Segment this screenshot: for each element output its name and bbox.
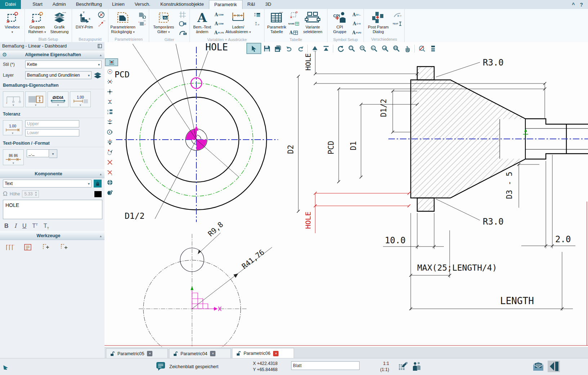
laden-aktualisieren-button[interactable]: H Laden/Aktualisieren ▾ [225,10,251,35]
zoom-window-button[interactable] [346,44,357,53]
tool-dim-symmetry[interactable] [105,117,114,126]
sheet-tab-parametric06[interactable]: Parametric06 × [232,348,294,358]
close-tab-icon[interactable]: × [147,351,152,356]
tool-world-grid[interactable] [105,178,114,187]
dimension-text-area[interactable]: HOLE [3,200,102,219]
grafik-steuerung-button[interactable]: ? GrafikSteuerung [49,10,70,34]
gitter-old-button[interactable]: OLD [177,19,188,28]
toleranz-lower-input[interactable] [25,129,79,136]
stil-select[interactable]: Kette ▾ [25,60,102,68]
toolbar-grip[interactable] [428,44,438,53]
grid-edit-icon[interactable] [398,361,408,371]
pan-hand-button[interactable] [402,44,413,53]
post-param-dialog-button[interactable]: Post ParamDialog [365,10,391,34]
dim-style-button-2[interactable]: ▾ [25,91,46,107]
text-cursor-button[interactable]: TEXT [392,19,403,28]
tool-dim-ordinate[interactable] [105,87,114,96]
mail-icon[interactable] [533,361,544,371]
color-swatch[interactable] [94,191,102,197]
menu-tab-linien[interactable]: Linien [107,0,130,9]
menu-tab-datei[interactable]: Datei [0,0,21,9]
toleranz-upper-input[interactable] [25,120,79,127]
cpi-path-button[interactable]: AD:\... [351,10,362,19]
parametrieren-xy-button[interactable]: xy [137,19,147,28]
collapse-icon[interactable]: ▴ [97,234,104,238]
cursor-mode-icon[interactable] [3,362,11,370]
help-icon[interactable]: ? [580,2,583,8]
dim-style-button-1[interactable]: x ▾ [3,91,24,107]
omega-icon[interactable]: Ω [3,190,8,198]
collapse-icon[interactable]: ▴ [97,172,104,176]
layers-icon[interactable] [94,72,102,78]
var-p1p2-button[interactable]: AP1 P2 [214,28,224,37]
sheet-name-input[interactable] [291,361,360,370]
users-icon[interactable] [411,361,422,371]
tool-dim-linear[interactable] [105,59,118,66]
close-tab-icon[interactable]: × [210,351,215,356]
viewbox-button[interactable]: Viewbox▾ [1,10,23,35]
toleranz-style-button[interactable]: 1.00 ▾ [3,120,22,135]
undo-button[interactable] [284,44,294,53]
gear-icon[interactable]: ⚙ [0,51,9,58]
tool-dim-taper[interactable] [105,97,114,106]
gruppen-rahmen-button[interactable]: GruppenRahmen ▾ [26,10,48,35]
menu-tab-versch[interactable]: Versch. [130,0,155,9]
tool-delete-dim[interactable] [105,158,114,167]
werkzeug-move-dim-button[interactable] [41,243,51,252]
table-a-button[interactable]: A [288,28,299,37]
pin-icon[interactable] [97,44,102,49]
sheet-tab-parametric04[interactable]: Parametric04 × [169,348,231,358]
tool-delete-xy[interactable]: xy [105,168,114,177]
zoom-out-button[interactable] [357,44,368,53]
parametrik-tabelle-button[interactable]: ParametrikTabelle [266,10,288,34]
var-com2-button[interactable]: ACOM [214,19,224,28]
cpi-gruppe-button[interactable]: CPI CPIGruppe [329,10,351,34]
tool-dim-arc[interactable] [105,137,114,146]
parametrieren-small-button[interactable] [137,10,147,19]
text-format-select[interactable]: _._ [27,149,49,157]
werkzeug-copy-dim-button[interactable] [59,243,69,252]
var-com-button[interactable]: ACOM [214,10,224,19]
cpi-p1p2-button[interactable]: AP1P2 [351,28,362,37]
ribbon-collapse-icon[interactable]: ^ [572,2,575,8]
dxy-point-button[interactable] [96,19,107,28]
bold-button[interactable]: B [4,223,9,229]
tool-dim-xy[interactable]: XY [105,107,114,116]
gitter-fil-button[interactable]: FIL [177,28,188,37]
tool-dim-radius[interactable] [105,148,114,157]
menu-tab-beschriftung[interactable]: Beschriftung [71,0,107,9]
save-copy-button[interactable] [273,44,283,53]
menu-tab-parametrik[interactable]: Parametrik [209,0,242,9]
table-name-button[interactable]: NAME [288,19,299,28]
table-select-button[interactable] [288,10,299,19]
dxy-prim-button[interactable]: YX DXY-Prim [74,10,95,30]
collapse-panel-button[interactable] [548,361,560,372]
hoehe-stepper[interactable]: 5.33 ▲▼ [22,190,39,198]
menu-tab-ri[interactable]: R&I [242,0,260,9]
parametrieren-rueckgaengig-button[interactable]: ParametrierenRückgängig ▾ [110,10,136,35]
raise-top-button[interactable] [321,44,331,53]
zoom-off-button[interactable] [416,44,427,53]
bem-text-aendern-button[interactable]: A Bem.-Textändern [191,10,213,34]
tool-dim-diameter[interactable] [105,127,114,136]
raise-button[interactable] [309,44,320,53]
dim-style-button-dia[interactable]: Ø/DIA ▾ [48,91,68,107]
textpos-style-button[interactable]: 86 86 ▾ [3,149,24,165]
underline-button[interactable]: U [22,223,27,229]
compass-point-button[interactable] [96,10,107,19]
tool-dim-pcd[interactable] [105,67,114,76]
italic-button[interactable]: I [14,222,17,229]
redo-button[interactable] [295,44,306,53]
werkzeug-edit-dim-button[interactable] [23,243,33,252]
zoom-name-button[interactable]: N [369,44,379,53]
gitter-grid-button[interactable] [177,10,188,19]
select-tool-button[interactable] [247,43,261,54]
zoom-image-button[interactable] [391,44,401,53]
drawing-canvas[interactable]: HOLE PCD D1/2 R9,8 R41,76 [104,42,588,347]
temporaeres-gitter-button[interactable]: OLD TemporäresGitter ▾ [151,10,177,35]
zoom-extents-button[interactable] [380,44,390,53]
tool-world-settings[interactable] [105,188,114,197]
variante-selektieren-button[interactable]: Varianteselektieren [300,10,326,34]
layer-select[interactable]: Bemaßung und Grundlinien ▾ [25,71,92,79]
menu-tab-konstruktionsobjekte[interactable]: Konstruktionsobjekte [155,0,209,9]
